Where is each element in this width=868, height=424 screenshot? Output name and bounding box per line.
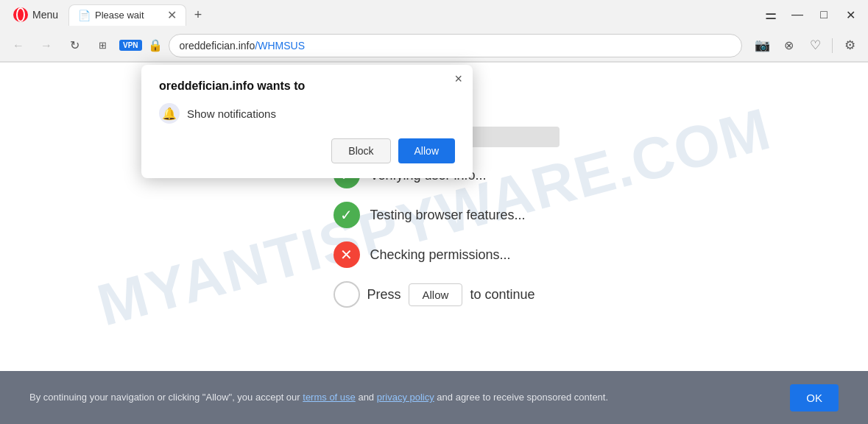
toolbar-divider bbox=[832, 38, 833, 53]
status-icon-permissions: ✕ bbox=[334, 241, 360, 268]
tab-bar: 📄 Please wait ✕ + bbox=[68, 4, 756, 26]
close-button[interactable]: ✕ bbox=[839, 4, 862, 25]
status-text-browser-features: Testing browser features... bbox=[370, 208, 526, 223]
allow-button[interactable]: Allow bbox=[398, 138, 455, 163]
new-tab-button[interactable]: + bbox=[188, 4, 208, 25]
popup-notification-row: 🔔 Show notifications bbox=[159, 103, 455, 124]
block-button[interactable]: Block bbox=[331, 138, 390, 163]
title-bar: Menu 📄 Please wait ✕ + ⚌ — □ ✕ bbox=[0, 0, 868, 29]
tab-close-button[interactable]: ✕ bbox=[167, 10, 177, 21]
forward-button[interactable]: → bbox=[35, 35, 57, 57]
active-tab[interactable]: 📄 Please wait ✕ bbox=[68, 4, 186, 26]
refresh-button[interactable]: ↻ bbox=[63, 35, 85, 57]
url-domain: oreddefician.info bbox=[180, 40, 255, 52]
status-icon-browser-features: ✓ bbox=[334, 202, 360, 228]
back-button[interactable]: ← bbox=[7, 35, 29, 57]
allow-inline-button[interactable]: Allow bbox=[409, 283, 463, 306]
status-icon-press bbox=[334, 281, 360, 308]
minimize-button[interactable]: — bbox=[786, 4, 809, 25]
maximize-button[interactable]: □ bbox=[812, 4, 836, 25]
ok-button[interactable]: OK bbox=[790, 384, 839, 411]
toolbar-icons: 📷 ⊗ ♡ ⚙ bbox=[751, 35, 861, 57]
press-allow-row: Press Allow to continue bbox=[334, 281, 535, 308]
tab-favicon: 📄 bbox=[78, 10, 91, 21]
adblocker-icon-btn[interactable]: ⊗ bbox=[777, 35, 800, 57]
footer-text-before-link1: By continuing your navigation or clickin… bbox=[29, 392, 303, 403]
favorites-icon-btn[interactable]: ♡ bbox=[804, 35, 826, 57]
tab-title: Please wait bbox=[95, 10, 144, 21]
notification-popup: × oreddefician.info wants to 🔔 Show noti… bbox=[141, 65, 473, 178]
footer-text-after: and agree to receive sponsored content. bbox=[434, 392, 608, 403]
press-label: Press bbox=[367, 287, 401, 303]
privacy-policy-link[interactable]: privacy policy bbox=[377, 392, 434, 403]
footer-bar: By continuing your navigation or clickin… bbox=[0, 371, 868, 424]
svg-point-0 bbox=[13, 7, 28, 22]
settings-icon-btn[interactable]: ⚙ bbox=[839, 35, 861, 57]
notification-bell-icon: 🔔 bbox=[159, 103, 180, 124]
popup-title: oreddefician.info wants to bbox=[159, 80, 455, 93]
continue-label: to continue bbox=[470, 287, 534, 303]
popup-buttons: Block Allow bbox=[159, 138, 455, 163]
url-bar[interactable]: oreddefician.info /WHMSUS bbox=[169, 34, 742, 57]
list-item: ✓ Testing browser features... bbox=[334, 202, 526, 228]
status-text-permissions: Checking permissions... bbox=[370, 247, 511, 263]
popup-subtitle: Show notifications bbox=[187, 107, 276, 120]
address-bar: ← → ↻ ⊞ VPN 🔒 oreddefician.info /WHMSUS … bbox=[0, 29, 868, 62]
lock-icon: 🔒 bbox=[148, 38, 163, 52]
opera-menu-button[interactable]: Menu bbox=[6, 4, 66, 25]
window-controls: ⚌ — □ ✕ bbox=[759, 4, 862, 25]
list-item: ✕ Checking permissions... bbox=[334, 241, 511, 268]
camera-icon-btn[interactable]: 📷 bbox=[751, 35, 773, 57]
vpn-badge[interactable]: VPN bbox=[119, 40, 142, 51]
menu-label: Menu bbox=[32, 9, 58, 21]
snapshots-button[interactable]: ⊞ bbox=[91, 35, 113, 57]
opera-logo-icon bbox=[13, 7, 28, 22]
new-tab-icon: + bbox=[194, 7, 202, 23]
filter-icon-btn[interactable]: ⚌ bbox=[759, 4, 783, 25]
status-list: ✓ Verifying user info... ✓ Testing brows… bbox=[334, 162, 535, 308]
url-path: /WHMSUS bbox=[255, 40, 305, 52]
popup-close-button[interactable]: × bbox=[454, 72, 462, 85]
footer-text: By continuing your navigation or clickin… bbox=[29, 390, 608, 405]
terms-of-use-link[interactable]: terms of use bbox=[303, 392, 356, 403]
footer-text-between: and bbox=[356, 392, 377, 403]
